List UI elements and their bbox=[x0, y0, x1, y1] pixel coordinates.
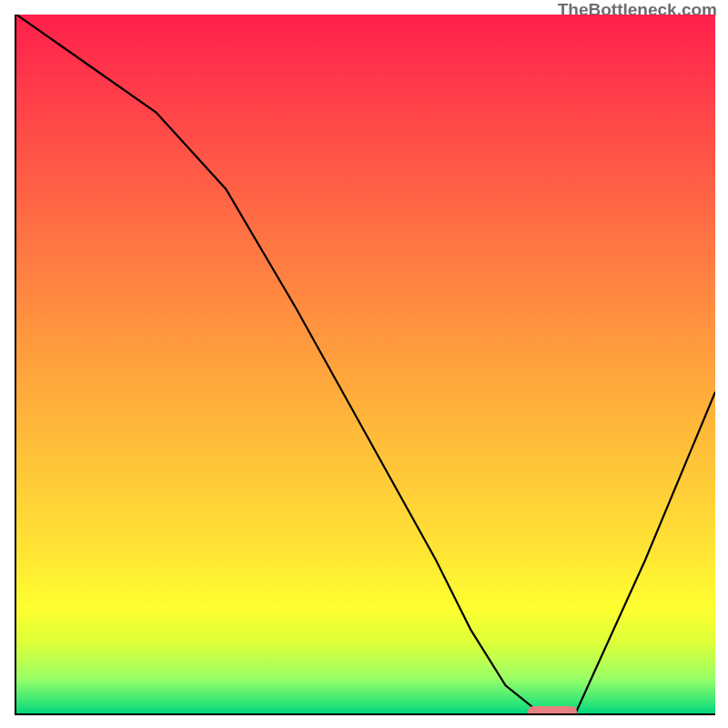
chart-container: TheBottleneck.com bbox=[0, 0, 728, 728]
bottleneck-curve bbox=[16, 15, 715, 713]
optimal-marker bbox=[528, 706, 577, 715]
plot-area bbox=[15, 15, 715, 715]
